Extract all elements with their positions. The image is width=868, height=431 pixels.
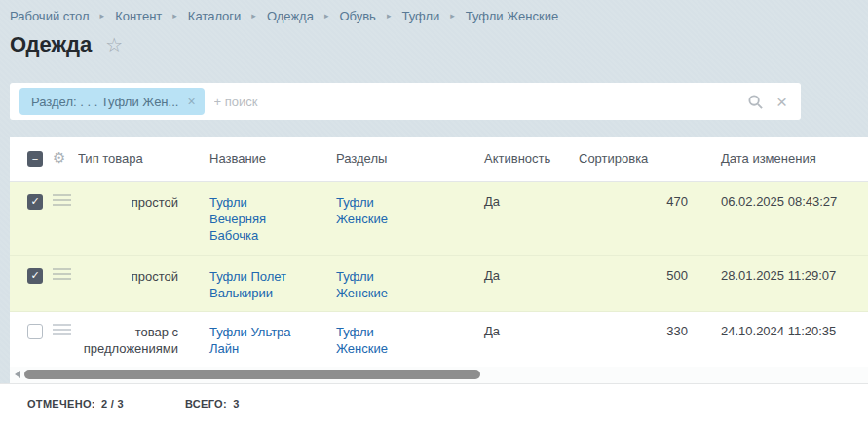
cell-product-type: простой bbox=[78, 255, 190, 311]
cell-product-name: Туфли Ультра Лайн bbox=[190, 311, 302, 367]
horizontal-scrollbar bbox=[10, 367, 868, 383]
breadcrumb-item[interactable]: Контент bbox=[115, 9, 162, 23]
selected-value: 2 / 3 bbox=[101, 398, 124, 410]
section-link[interactable]: Туфли Женские bbox=[336, 195, 388, 226]
filter-chip-close-icon[interactable]: × bbox=[187, 95, 195, 108]
cell-modified: 06.02.2025 08:43:27 bbox=[696, 181, 868, 255]
favorite-star-icon[interactable]: ☆ bbox=[105, 35, 123, 55]
breadcrumb-item[interactable]: Туфли Женские bbox=[466, 9, 558, 23]
breadcrumb-item[interactable]: Обувь bbox=[339, 9, 375, 23]
table-header-row: − ⚙ Тип товара Название Разделы Активнос… bbox=[10, 137, 868, 181]
grid-settings-gear-icon[interactable]: ⚙ bbox=[53, 150, 65, 165]
products-grid: − ⚙ Тип товара Название Разделы Активнос… bbox=[10, 137, 868, 368]
cell-sort: 500 bbox=[569, 255, 696, 311]
filter-bar: Раздел: . . . Туфли Жен... × × bbox=[10, 83, 801, 120]
row-checkbox-cell: ✓ bbox=[10, 181, 53, 255]
product-name-link[interactable]: Туфли Ультра Лайн bbox=[209, 325, 291, 356]
table-row: ✓простойТуфли Вечерняя БабочкаТуфли Женс… bbox=[10, 181, 868, 255]
column-header-type[interactable]: Тип товара bbox=[78, 137, 190, 181]
section-link[interactable]: Туфли Женские bbox=[336, 269, 388, 300]
breadcrumb-item[interactable]: Каталоги bbox=[188, 9, 242, 23]
drag-handle-icon[interactable] bbox=[53, 194, 71, 209]
product-name-link[interactable]: Туфли Полет Валькирии bbox=[209, 269, 286, 300]
column-header-sort[interactable]: Сортировка bbox=[569, 137, 696, 181]
product-name-link[interactable]: Туфли Вечерняя Бабочка bbox=[209, 195, 266, 243]
section-link[interactable]: Туфли Женские bbox=[336, 325, 388, 356]
drag-handle-icon[interactable] bbox=[53, 324, 71, 338]
scrollbar-thumb[interactable] bbox=[24, 370, 480, 379]
selected-count: ОТМЕЧЕНО: 2 / 3 bbox=[24, 398, 124, 410]
row-drag-cell bbox=[53, 255, 78, 311]
drag-handle-icon[interactable] bbox=[53, 268, 71, 283]
breadcrumb-separator-icon: ▸ bbox=[387, 12, 392, 20]
cell-product-type: простой bbox=[78, 181, 190, 255]
breadcrumb-item[interactable]: Рабочий стол bbox=[10, 9, 90, 23]
filter-icons: × bbox=[748, 93, 791, 111]
select-all-checkbox[interactable]: − bbox=[27, 151, 43, 167]
row-checkbox-cell bbox=[10, 311, 53, 367]
row-checkbox[interactable]: ✓ bbox=[27, 268, 43, 284]
page-header: Одежда ☆ bbox=[10, 32, 123, 58]
cell-active: Да bbox=[474, 311, 569, 367]
breadcrumb-separator-icon: ▸ bbox=[100, 12, 105, 20]
cell-product-name: Туфли Полет Валькирии bbox=[190, 255, 302, 311]
filter-clear-icon[interactable]: × bbox=[776, 93, 787, 111]
table-row: товар с предложениямиТуфли Ультра ЛайнТу… bbox=[10, 311, 868, 367]
column-header-sections[interactable]: Разделы bbox=[302, 137, 474, 181]
cell-sections: Туфли Женские bbox=[302, 255, 474, 311]
selected-label: ОТМЕЧЕНО: bbox=[27, 398, 95, 410]
row-drag-cell bbox=[53, 181, 78, 255]
total-count: ВСЕГО: 3 bbox=[182, 398, 240, 410]
table-row: ✓простойТуфли Полет ВалькирииТуфли Женск… bbox=[10, 255, 868, 311]
breadcrumb: Рабочий стол▸Контент▸Каталоги▸Одежда▸Обу… bbox=[10, 9, 558, 23]
breadcrumb-separator-icon: ▸ bbox=[172, 12, 177, 20]
cell-sections: Туфли Женские bbox=[302, 311, 474, 367]
breadcrumb-item[interactable]: Одежда bbox=[267, 9, 314, 23]
column-header-modified[interactable]: Дата изменения bbox=[696, 137, 868, 181]
cell-sections: Туфли Женские bbox=[302, 181, 474, 255]
breadcrumb-item[interactable]: Туфли bbox=[401, 9, 439, 23]
cell-active: Да bbox=[474, 181, 569, 255]
cell-sort: 330 bbox=[569, 311, 696, 367]
breadcrumb-separator-icon: ▸ bbox=[251, 12, 256, 20]
column-header-active[interactable]: Активность bbox=[474, 137, 569, 181]
breadcrumb-separator-icon: ▸ bbox=[450, 12, 455, 20]
cell-modified: 28.01.2025 11:29:07 bbox=[696, 255, 868, 311]
filter-chip[interactable]: Раздел: . . . Туфли Жен... × bbox=[19, 88, 205, 115]
filter-chip-label: Раздел: . . . Туфли Жен... bbox=[31, 95, 178, 109]
cell-product-name: Туфли Вечерняя Бабочка bbox=[190, 181, 302, 255]
breadcrumb-separator-icon: ▸ bbox=[324, 12, 329, 20]
cell-modified: 24.10.2024 11:20:35 bbox=[696, 311, 868, 367]
status-bar: ОТМЕЧЕНО: 2 / 3 ВСЕГО: 3 bbox=[0, 383, 868, 431]
cell-active: Да bbox=[474, 255, 569, 311]
cell-product-type: товар с предложениями bbox=[78, 311, 190, 367]
total-label: ВСЕГО: bbox=[185, 398, 227, 410]
total-value: 3 bbox=[233, 398, 239, 410]
row-drag-cell bbox=[53, 311, 78, 367]
row-checkbox[interactable] bbox=[27, 324, 43, 339]
search-input[interactable] bbox=[205, 95, 748, 109]
scroll-left-arrow-icon[interactable] bbox=[15, 371, 20, 378]
page-title: Одежда bbox=[10, 32, 92, 58]
row-checkbox[interactable]: ✓ bbox=[27, 194, 43, 210]
row-checkbox-cell: ✓ bbox=[10, 255, 53, 311]
cell-sort: 470 bbox=[569, 181, 696, 255]
search-icon[interactable] bbox=[748, 95, 763, 109]
column-header-name[interactable]: Название bbox=[190, 137, 302, 181]
